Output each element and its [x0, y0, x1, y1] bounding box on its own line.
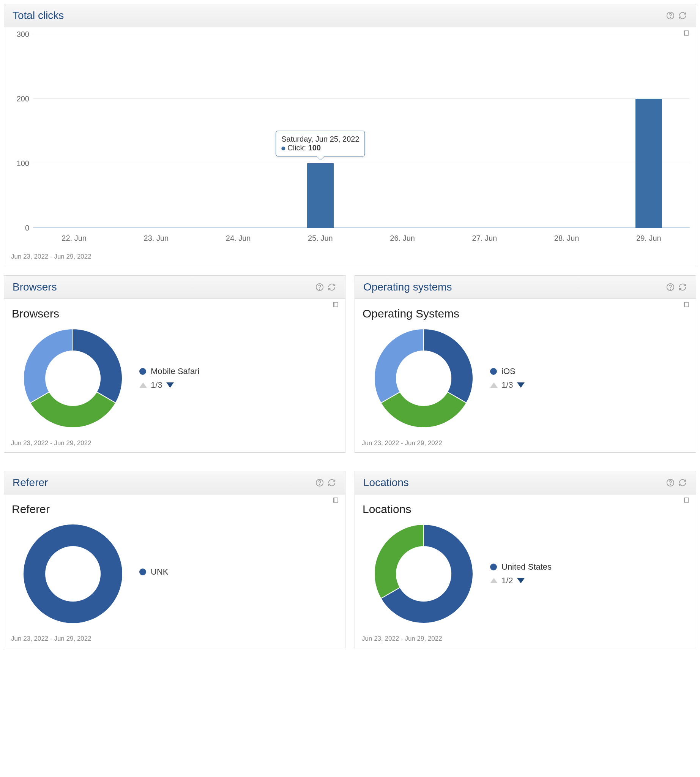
donut-chart: iOS1/3 — [361, 323, 690, 433]
panel-header: Browsers — [4, 276, 345, 299]
panel-body: Operating SystemsiOS1/3 — [355, 299, 696, 437]
donut — [372, 523, 475, 625]
panel-body: LocationsUnited States1/2 — [355, 495, 696, 633]
donut-chart: Mobile Safari1/3 — [10, 323, 339, 433]
bar-slot — [115, 34, 197, 228]
date-range: Jun 23, 2022 - Jun 29, 2022 — [4, 437, 345, 452]
panel-body: BrowsersMobile Safari1/3 — [4, 299, 345, 437]
bar-slot — [526, 34, 608, 228]
panel-header: Operating systems — [355, 276, 696, 299]
legend-label: United States — [502, 562, 552, 572]
donut-hole — [396, 546, 452, 602]
pager-next-icon[interactable] — [517, 383, 525, 388]
date-range: Jun 23, 2022 - Jun 29, 2022 — [355, 633, 696, 648]
bar-slot — [362, 34, 443, 228]
refresh-icon[interactable] — [678, 11, 687, 20]
help-icon[interactable] — [665, 282, 675, 292]
pager-next-icon[interactable] — [166, 383, 174, 388]
bar-slot — [197, 34, 279, 228]
donut-chart: UNK — [10, 519, 339, 629]
pager-next-icon[interactable] — [517, 578, 525, 583]
donut — [22, 327, 124, 429]
legend-dot-icon — [139, 368, 146, 375]
panel-title: Total clicks — [13, 10, 64, 22]
legend-item[interactable]: United States — [490, 562, 552, 572]
bar-slot — [443, 34, 525, 228]
date-range: Jun 23, 2022 - Jun 29, 2022 — [4, 633, 345, 648]
panel-referer: RefererRefererUNKJun 23, 2022 - Jun 29, … — [4, 471, 345, 648]
x-label: 22. Jun — [33, 230, 115, 247]
bar-slot — [33, 34, 115, 228]
x-label: 29. Jun — [608, 230, 690, 247]
refresh-icon[interactable] — [678, 478, 687, 488]
x-label: 28. Jun — [526, 230, 608, 247]
help-icon[interactable] — [665, 11, 675, 20]
legend-pager: 1/3 — [490, 380, 525, 390]
legend: United States1/2 — [490, 562, 552, 586]
chart-title: Locations — [363, 503, 690, 516]
legend-item[interactable]: iOS — [490, 366, 525, 376]
panel-header: Total clicks — [4, 4, 696, 27]
help-icon[interactable] — [665, 478, 675, 488]
panel-body: 0100200300 Saturday, Jun 25, 2022Click: … — [4, 27, 696, 251]
panel-actions — [315, 478, 337, 488]
panel-header: Referer — [4, 471, 345, 495]
svg-rect-15 — [333, 498, 335, 503]
pager-prev-icon[interactable] — [490, 578, 498, 583]
refresh-icon[interactable] — [678, 282, 687, 292]
svg-rect-11 — [684, 302, 685, 307]
pager-text: 1/2 — [502, 576, 513, 586]
donut-hole — [396, 351, 452, 406]
x-axis: 22. Jun23. Jun24. Jun25. Jun26. Jun27. J… — [33, 230, 690, 247]
date-range: Jun 23, 2022 - Jun 29, 2022 — [355, 437, 696, 452]
legend-item[interactable]: UNK — [139, 567, 168, 577]
y-tick: 300 — [17, 30, 29, 39]
y-tick: 100 — [17, 159, 29, 168]
panel-title: Locations — [363, 476, 409, 489]
date-range: Jun 23, 2022 - Jun 29, 2022 — [4, 251, 696, 266]
legend-dot-icon — [490, 563, 497, 570]
pager-prev-icon[interactable] — [490, 383, 498, 388]
legend: UNK — [139, 567, 168, 581]
legend: Mobile Safari1/3 — [139, 366, 199, 390]
chart-title: Referer — [12, 503, 339, 516]
panel-title: Referer — [13, 476, 48, 489]
bar[interactable] — [307, 163, 334, 228]
panel-actions — [315, 282, 337, 292]
y-axis: 0100200300 — [10, 34, 32, 228]
legend-dot-icon — [139, 568, 146, 575]
pager-text: 1/3 — [151, 380, 162, 390]
export-icon[interactable] — [332, 497, 339, 504]
panel-grid: BrowsersBrowsersMobile Safari1/3Jun 23, … — [4, 275, 696, 657]
legend-label: UNK — [151, 567, 168, 577]
panel-title: Browsers — [13, 281, 57, 293]
panel-browsers: BrowsersBrowsersMobile Safari1/3Jun 23, … — [4, 275, 345, 453]
tooltip-date: Saturday, Jun 25, 2022 — [281, 135, 359, 144]
panel-locations: LocationsLocationsUnited States1/2Jun 23… — [355, 471, 696, 648]
help-icon[interactable] — [315, 478, 325, 488]
x-label: 23. Jun — [115, 230, 197, 247]
x-label: 24. Jun — [197, 230, 279, 247]
tooltip: Saturday, Jun 25, 2022Click: 100 — [276, 130, 365, 157]
y-tick: 200 — [17, 95, 29, 103]
refresh-icon[interactable] — [327, 282, 337, 292]
legend-item[interactable]: Mobile Safari — [139, 366, 199, 376]
donut-hole — [45, 546, 101, 602]
panel-actions — [665, 478, 687, 488]
export-icon[interactable] — [683, 497, 690, 504]
panel-os: Operating systemsOperating SystemsiOS1/3… — [355, 275, 696, 453]
bar[interactable] — [635, 99, 662, 228]
plot-area: Saturday, Jun 25, 2022Click: 100 — [33, 34, 690, 228]
refresh-icon[interactable] — [327, 478, 337, 488]
chart-title: Browsers — [12, 307, 339, 320]
help-icon[interactable] — [315, 282, 325, 292]
donut-chart: United States1/2 — [361, 519, 690, 629]
pager-prev-icon[interactable] — [139, 383, 147, 388]
tooltip-value: Click: 100 — [281, 144, 359, 152]
donut — [22, 523, 124, 625]
export-icon[interactable] — [332, 301, 339, 308]
legend-label: Mobile Safari — [151, 366, 199, 376]
x-label: 26. Jun — [362, 230, 443, 247]
svg-point-13 — [319, 485, 320, 485]
export-icon[interactable] — [683, 301, 690, 308]
